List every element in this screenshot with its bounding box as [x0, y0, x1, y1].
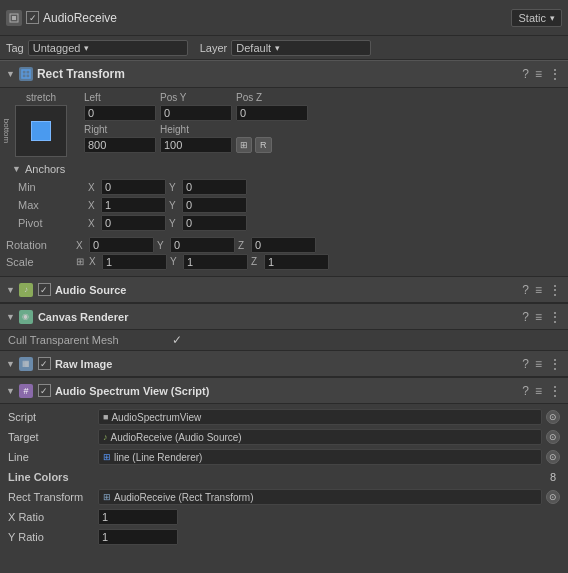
height-input[interactable] [160, 137, 232, 153]
max-x-input[interactable] [101, 197, 166, 213]
script-select-btn[interactable]: ⊙ [546, 410, 560, 424]
rt-ref-key: Rect Transform [8, 491, 98, 503]
layer-label: Layer [200, 42, 228, 54]
raw-image-settings-icon[interactable]: ≡ [535, 357, 542, 371]
raw-image-active-checkbox[interactable] [38, 357, 51, 370]
right-col: Right [84, 124, 156, 153]
raw-image-help-icon[interactable]: ? [522, 357, 529, 371]
rect-help-icon[interactable]: ? [522, 67, 529, 81]
rot-y-input[interactable] [170, 237, 235, 253]
left-input[interactable] [84, 105, 156, 121]
spectrum-help-icon[interactable]: ? [522, 384, 529, 398]
tag-select[interactable]: Untagged [28, 40, 188, 56]
right-input[interactable] [84, 137, 156, 153]
rt-ref-icon: ⊞ [103, 492, 111, 502]
rect-icon [19, 67, 33, 81]
audio-expand[interactable]: ▼ [6, 285, 15, 295]
tag-label: Tag [6, 42, 24, 54]
scale-row: Scale ⊞ X Y Z [6, 254, 562, 272]
target-val: ♪ AudioReceive (Audio Source) ⊙ [98, 429, 560, 445]
line-select-btn[interactable]: ⊙ [546, 450, 560, 464]
height-header: Height [160, 124, 232, 135]
audio-kebab-icon[interactable]: ⋮ [548, 282, 562, 298]
rt-top: stretch bottom Left Pos Y [6, 92, 562, 157]
rect-kebab-icon[interactable]: ⋮ [548, 66, 562, 82]
active-checkbox[interactable] [26, 11, 39, 24]
target-field[interactable]: ♪ AudioReceive (Audio Source) [98, 429, 542, 445]
line-colors-key: Line Colors [8, 471, 98, 483]
target-select-btn[interactable]: ⊙ [546, 430, 560, 444]
scale-z-input[interactable] [264, 254, 329, 270]
raw-image-expand[interactable]: ▼ [6, 359, 15, 369]
raw-image-kebab-icon[interactable]: ⋮ [548, 356, 562, 372]
r-btns: ⊞ R [236, 137, 272, 153]
blueprint-btn[interactable]: ⊞ [236, 137, 252, 153]
scale-xyz: ⊞ X Y Z [76, 254, 562, 270]
audio-source-header: ▼ ♪ Audio Source ? ≡ ⋮ [0, 277, 568, 303]
max-label: Max [18, 199, 88, 211]
min-y-input[interactable] [182, 179, 247, 195]
rect-settings-icon[interactable]: ≡ [535, 67, 542, 81]
audio-help-icon[interactable]: ? [522, 283, 529, 297]
canvas-help-icon[interactable]: ? [522, 310, 529, 324]
posy-input[interactable] [160, 105, 232, 121]
anchor-widget[interactable]: bottom [15, 105, 67, 157]
cull-label: Cull Transparent Mesh [8, 334, 168, 346]
posz-col: Pos Z [236, 92, 308, 121]
line-colors-count: 8 [550, 471, 556, 483]
canvas-renderer-header: ▼ ◉ Canvas Renderer ? ≡ ⋮ [0, 304, 568, 330]
scale-x-input[interactable] [102, 254, 167, 270]
anchors-expand[interactable]: ▼ [12, 164, 21, 174]
spectrum-expand[interactable]: ▼ [6, 386, 15, 396]
min-xyz: X Y [88, 179, 556, 195]
line-row: Line ⊞ line (Line Renderer) ⊙ [8, 447, 560, 467]
script-row: Script ■ AudioSpectrumView ⊙ [8, 407, 560, 427]
scale-y-input[interactable] [183, 254, 248, 270]
static-dropdown[interactable]: Static [511, 9, 562, 27]
canvas-settings-icon[interactable]: ≡ [535, 310, 542, 324]
stretch-label: stretch [26, 92, 56, 103]
top-bar: AudioReceive Static [0, 0, 568, 36]
rot-z-input[interactable] [251, 237, 316, 253]
pivot-x-input[interactable] [101, 215, 166, 231]
spectrum-title: Audio Spectrum View (Script) [55, 385, 522, 397]
line-field[interactable]: ⊞ line (Line Renderer) [98, 449, 542, 465]
y-ratio-key: Y Ratio [8, 531, 98, 543]
spectrum-settings-icon[interactable]: ≡ [535, 384, 542, 398]
rot-x-input[interactable] [89, 237, 154, 253]
script-field[interactable]: ■ AudioSpectrumView [98, 409, 542, 425]
line-icon: ⊞ [103, 452, 111, 462]
max-y-input[interactable] [182, 197, 247, 213]
cull-checkmark[interactable]: ✓ [172, 333, 182, 347]
audio-header-icons: ? ≡ ⋮ [522, 282, 562, 298]
bottom-side-label: bottom [2, 119, 11, 143]
pivot-y-input[interactable] [182, 215, 247, 231]
rotation-label: Rotation [6, 239, 76, 251]
canvas-expand[interactable]: ▼ [6, 312, 15, 322]
audio-settings-icon[interactable]: ≡ [535, 283, 542, 297]
script-val: ■ AudioSpectrumView ⊙ [98, 409, 560, 425]
rect-expand-arrow[interactable]: ▼ [6, 69, 15, 79]
rect-transform-content: stretch bottom Left Pos Y [0, 88, 568, 276]
min-label: Min [18, 181, 88, 193]
r-btn[interactable]: R [255, 137, 272, 153]
audio-source-icon: ♪ [19, 283, 33, 297]
y-ratio-input[interactable] [98, 529, 178, 545]
rotation-xyz: X Y Z [76, 237, 562, 253]
min-x-input[interactable] [101, 179, 166, 195]
audio-active-checkbox[interactable] [38, 283, 51, 296]
spectrum-header-icons: ? ≡ ⋮ [522, 383, 562, 399]
pivot-xyz: X Y [88, 215, 556, 231]
rotation-row: Rotation X Y Z [6, 236, 562, 254]
posz-input[interactable] [236, 105, 308, 121]
rt-select-btn[interactable]: ⊙ [546, 490, 560, 504]
layer-select[interactable]: Default [231, 40, 371, 56]
canvas-kebab-icon[interactable]: ⋮ [548, 309, 562, 325]
height-col: Height [160, 124, 232, 153]
raw-image-title: Raw Image [55, 358, 522, 370]
pivot-row: Pivot X Y [12, 214, 556, 232]
spectrum-active-checkbox[interactable] [38, 384, 51, 397]
x-ratio-input[interactable] [98, 509, 178, 525]
spectrum-kebab-icon[interactable]: ⋮ [548, 383, 562, 399]
rt-ref-field[interactable]: ⊞ AudioReceive (Rect Transform) [98, 489, 542, 505]
